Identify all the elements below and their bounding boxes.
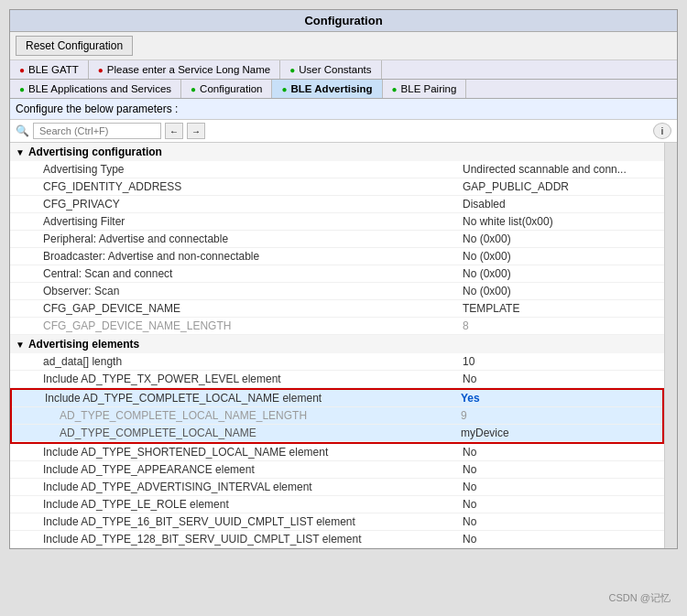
search-bar: 🔍 ← → i (10, 120, 677, 143)
param-name: Central: Scan and connect (10, 267, 463, 280)
param-name: Include AD_TYPE_APPEARANCE element (10, 463, 463, 476)
param-value: No (463, 373, 664, 385)
param-value: No (463, 481, 664, 493)
window-title: Configuration (304, 14, 382, 27)
tab-label: BLE Pairing (401, 83, 457, 94)
tab-dot: ● (19, 65, 25, 75)
param-row[interactable]: Advertising TypeUndirected scannable and… (10, 161, 664, 178)
param-name: Broadcaster: Advertise and non-connectab… (10, 250, 463, 263)
tab-dot: ● (191, 84, 196, 94)
section-header-1[interactable]: ▼Advertising elements (10, 335, 664, 353)
tab-label: BLE GATT (28, 64, 79, 75)
param-value: 8 (463, 319, 664, 332)
param-value: TEMPLATE (463, 302, 664, 315)
param-value: No (0x00) (463, 285, 664, 297)
highlighted-group: Include AD_TYPE_COMPLETE_LOCAL_NAME elem… (10, 388, 664, 444)
param-row[interactable]: Advertising FilterNo white list(0x00) (10, 213, 664, 231)
section-title: Advertising elements (28, 338, 139, 351)
param-row[interactable]: CFG_GAP_DEVICE_NAME_LENGTH8 (10, 318, 664, 335)
tab-row1-2[interactable]: ●User Constants (280, 60, 381, 79)
param-value: Yes (461, 392, 662, 405)
section-title: Advertising configuration (28, 146, 162, 158)
param-value: No (463, 498, 664, 511)
param-name: Include AD_TYPE_16_BIT_SERV_UUID_CMPLT_L… (10, 515, 463, 528)
param-name: AD_TYPE_COMPLETE_LOCAL_NAME (12, 427, 461, 439)
tab-row1-0[interactable]: ●BLE GATT (10, 60, 89, 79)
param-row[interactable]: Include AD_TYPE_TX_POWER_LEVEL elementNo (10, 371, 664, 388)
param-row[interactable]: Include AD_TYPE_APPEARANCE elementNo (10, 461, 664, 479)
param-value: 9 (461, 409, 662, 422)
param-row[interactable]: Include AD_TYPE_COMPLETE_LOCAL_NAME elem… (12, 390, 662, 407)
param-row[interactable]: Peripheral: Advertise and connectableNo … (10, 231, 664, 248)
scrollbar[interactable] (664, 143, 677, 548)
param-value: No (0x00) (463, 267, 664, 280)
section-header-0[interactable]: ▼Advertising configuration (10, 143, 664, 161)
chevron-icon: ▼ (16, 340, 25, 350)
configure-label: Configure the below parameters : (10, 99, 677, 120)
param-row[interactable]: CFG_GAP_DEVICE_NAMETEMPLATE (10, 300, 664, 318)
param-row[interactable]: AD_TYPE_COMPLETE_LOCAL_NAMEmyDevice (12, 425, 662, 442)
search-icon: 🔍 (16, 124, 29, 137)
param-row[interactable]: Include AD_TYPE_LE_ROLE elementNo (10, 496, 664, 513)
param-value: No (463, 463, 664, 476)
param-name: Include AD_TYPE_128_BIT_SERV_UUID_CMPLT_… (10, 533, 463, 546)
param-row[interactable]: Central: Scan and connectNo (0x00) (10, 265, 664, 283)
param-name: Advertising Type (10, 163, 463, 176)
param-row[interactable]: CFG_IDENTITY_ADDRESSGAP_PUBLIC_ADDR (10, 178, 664, 196)
tab-row2-2[interactable]: ●BLE Advertising (272, 80, 382, 98)
param-row[interactable]: Include AD_TYPE_SHORTENED_LOCAL_NAME ele… (10, 444, 664, 461)
param-value: Undirected scannable and conn... (463, 163, 664, 176)
param-name: CFG_GAP_DEVICE_NAME (10, 302, 463, 315)
param-row[interactable]: AD_TYPE_COMPLETE_LOCAL_NAME_LENGTH9 (12, 407, 662, 425)
param-name: Include AD_TYPE_SHORTENED_LOCAL_NAME ele… (10, 446, 463, 459)
param-name: CFG_GAP_DEVICE_NAME_LENGTH (10, 319, 463, 332)
param-value: No (463, 515, 664, 528)
param-name: Observer: Scan (10, 285, 463, 297)
info-button[interactable]: i (653, 123, 671, 139)
param-name: Include AD_TYPE_LE_ROLE element (10, 498, 463, 511)
tab-row2-1[interactable]: ●Configuration (181, 80, 272, 98)
tab-row2-3[interactable]: ●BLE Pairing (383, 80, 467, 98)
param-name: CFG_IDENTITY_ADDRESS (10, 180, 463, 193)
param-name: Advertising Filter (10, 215, 463, 228)
toolbar: Reset Configuration (10, 32, 677, 60)
tab-label: BLE Applications and Services (28, 83, 171, 94)
tab-row2-0[interactable]: ●BLE Applications and Services (10, 80, 181, 98)
reset-config-button[interactable]: Reset Configuration (16, 36, 133, 56)
tab-label: Please enter a Service Long Name (107, 64, 270, 75)
tab-dot: ● (281, 84, 287, 94)
param-row[interactable]: Include AD_TYPE_ADVERTISING_INTERVAL ele… (10, 479, 664, 496)
param-name: ad_data[] length (10, 355, 463, 368)
main-window: Configuration Reset Configuration ●BLE G… (9, 9, 678, 549)
content-wrapper: ▼Advertising configurationAdvertising Ty… (10, 143, 677, 548)
tabs-row2: ●BLE Applications and Services●Configura… (10, 80, 677, 99)
chevron-icon: ▼ (16, 147, 25, 157)
param-value: Disabled (463, 198, 664, 211)
search-input[interactable] (33, 123, 161, 139)
param-value: No (463, 533, 664, 546)
param-value: 10 (463, 355, 664, 368)
tab-label: BLE Advertising (291, 83, 373, 94)
content-area: ▼Advertising configurationAdvertising Ty… (10, 143, 664, 548)
param-row[interactable]: Include AD_TYPE_128_BIT_SERV_UUID_CMPLT_… (10, 531, 664, 548)
tab-label: Configuration (200, 83, 262, 94)
param-name: AD_TYPE_COMPLETE_LOCAL_NAME_LENGTH (12, 409, 461, 422)
next-button[interactable]: → (187, 123, 205, 139)
param-row[interactable]: CFG_PRIVACYDisabled (10, 196, 664, 213)
param-value: GAP_PUBLIC_ADDR (463, 180, 664, 193)
tabs-row1: ●BLE GATT●Please enter a Service Long Na… (10, 60, 677, 80)
param-row[interactable]: Broadcaster: Advertise and non-connectab… (10, 248, 664, 265)
tab-dot: ● (289, 65, 295, 75)
watermark: CSDN @记忆 (609, 591, 671, 605)
param-row[interactable]: ad_data[] length10 (10, 353, 664, 371)
param-value: No (0x00) (463, 232, 664, 245)
tab-label: User Constants (299, 64, 371, 75)
prev-button[interactable]: ← (165, 123, 183, 139)
param-row[interactable]: Observer: ScanNo (0x00) (10, 283, 664, 300)
tab-row1-1[interactable]: ●Please enter a Service Long Name (89, 60, 280, 79)
param-name: Include AD_TYPE_TX_POWER_LEVEL element (10, 373, 463, 385)
param-value: No white list(0x00) (463, 215, 664, 228)
param-name: Peripheral: Advertise and connectable (10, 232, 463, 245)
param-row[interactable]: Include AD_TYPE_16_BIT_SERV_UUID_CMPLT_L… (10, 513, 664, 531)
tab-dot: ● (19, 84, 25, 94)
